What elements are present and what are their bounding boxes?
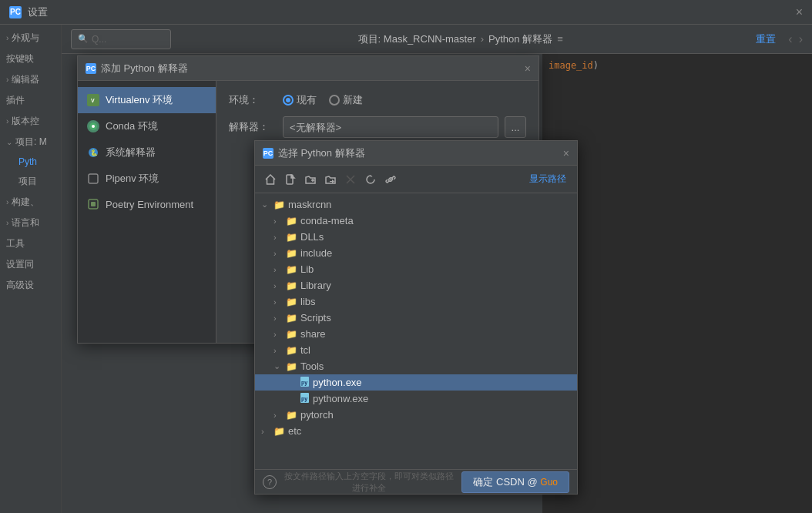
folder-icon-lib: 📁 [286, 264, 297, 275]
left-sidebar: ›外观与 按键映 ›编辑器 插件 ›版本控 ⌄项目: M Pyth 项目 ›构建… [0, 25, 62, 513]
tree-item-dlls[interactable]: › 📁 DLLs [255, 229, 577, 245]
toolbar-refresh-icon[interactable] [361, 170, 380, 189]
tree-item-scripts[interactable]: › 📁 Scripts [255, 310, 577, 326]
env-label: 环境： [229, 93, 275, 107]
browse-dots: ... [512, 122, 520, 133]
toolbar-icon-group [261, 170, 400, 189]
sidebar-item-advanced[interactable]: 高级设 [0, 275, 61, 296]
virtualenv-label: Virtualenv 环境 [106, 93, 173, 107]
tree-label-python-exe: python.exe [313, 377, 362, 388]
add-interpreter-close[interactable]: × [525, 62, 531, 75]
tree-arrow-share: › [273, 330, 283, 339]
system-icon: 🐍 [87, 146, 99, 159]
ok-button-label: 确定 [473, 476, 493, 488]
interp-type-pipenv[interactable]: Pipenv 环境 [78, 166, 216, 192]
tree-item-library[interactable]: › 📁 Library [255, 277, 577, 293]
sidebar-item-language[interactable]: ›语言和 [0, 213, 61, 233]
pipenv-icon [87, 173, 99, 185]
tree-item-etc[interactable]: › 📁 etc [255, 423, 577, 439]
interp-type-conda[interactable]: Conda 环境 [78, 113, 216, 139]
toolbar-open-folder-icon[interactable] [321, 170, 340, 189]
tree-item-tools[interactable]: ⌄ 📁 Tools [255, 358, 577, 374]
toolbar-link-icon[interactable] [381, 170, 400, 189]
ok-button-suffix: CSDN @ [496, 476, 538, 488]
radio-new[interactable]: 新建 [329, 93, 363, 107]
select-dialog-icon: PC [263, 148, 273, 159]
poetry-label: Poetry Environment [106, 199, 193, 210]
interp-type-system[interactable]: 🐍 系统解释器 [78, 139, 216, 166]
tree-label-etc: etc [288, 425, 301, 437]
breadcrumb: 项目: Mask_RCNN-master › Python 解释器 ≡ [177, 32, 743, 46]
radio-new-circle [329, 95, 340, 106]
interpreter-select[interactable]: <无解释器> [283, 116, 498, 138]
interp-type-poetry[interactable]: Poetry Environment [78, 192, 216, 216]
tree-arrow-scripts: › [273, 314, 283, 323]
interp-type-virtualenv[interactable]: V Virtualenv 环境 [78, 87, 216, 113]
radio-existing-label: 现有 [297, 93, 317, 107]
tree-label-dlls: DLLs [300, 231, 324, 243]
folder-icon-scripts: 📁 [286, 313, 297, 324]
radio-existing[interactable]: 现有 [283, 93, 317, 107]
tree-item-libs[interactable]: › 📁 libs [255, 293, 577, 310]
folder-icon-conda-meta: 📁 [286, 216, 297, 226]
tree-item-pythonw-exe[interactable]: py pythonw.exe [255, 391, 577, 407]
search-placeholder: Q... [92, 34, 106, 45]
tree-item-share[interactable]: › 📁 share [255, 326, 577, 342]
code-pane: image_id) [542, 54, 812, 513]
tree-label-library: Library [300, 280, 331, 291]
tree-arrow-tools: ⌄ [273, 361, 283, 371]
tree-arrow-include: › [273, 249, 283, 258]
ok-button[interactable]: 确定 CSDN @ Guo [461, 471, 569, 493]
tree-label-scripts: Scripts [300, 312, 331, 324]
tree-arrow-libs: › [273, 297, 283, 307]
search-icon: 🔍 [78, 34, 89, 44]
tree-item-conda-meta[interactable]: › 📁 conda-meta [255, 213, 577, 229]
svg-text:V: V [91, 98, 95, 103]
sidebar-item-plugins[interactable]: 插件 [0, 90, 61, 111]
sidebar-item-project-structure[interactable]: 项目 [12, 171, 61, 192]
folder-icon-etc: 📁 [273, 426, 285, 437]
sidebar-item-tools[interactable]: 工具 [0, 233, 61, 254]
sidebar-item-editor[interactable]: ›编辑器 [0, 69, 61, 90]
toolbar-file-icon[interactable] [281, 170, 300, 189]
select-interpreter-close[interactable]: × [563, 147, 569, 159]
virtualenv-icon: V [87, 94, 99, 106]
svg-text:py: py [301, 380, 307, 386]
sidebar-item-keymap[interactable]: 按键映 [0, 49, 61, 69]
folder-icon-include: 📁 [286, 248, 297, 259]
interpreter-browse-button[interactable]: ... [505, 116, 526, 138]
back-button[interactable]: ‹ [788, 32, 792, 46]
help-icon[interactable]: ? [263, 475, 277, 489]
tree-item-pytorch[interactable]: › 📁 pytorch [255, 407, 577, 423]
close-button[interactable]: × [796, 5, 803, 19]
sidebar-item-build[interactable]: ›构建、 [0, 192, 61, 213]
tree-item-include[interactable]: › 📁 include [255, 245, 577, 261]
sidebar-item-python-interpreter[interactable]: Pyth [12, 153, 61, 171]
tree-item-lib[interactable]: › 📁 Lib [255, 261, 577, 277]
toolbar-new-folder-icon[interactable] [301, 170, 320, 189]
show-path-button[interactable]: 显示路径 [525, 171, 571, 187]
reset-button[interactable]: 重置 [750, 30, 782, 49]
ok-button-user: Guo [540, 477, 558, 488]
tree-label-include: include [300, 247, 332, 259]
forward-button[interactable]: › [799, 32, 803, 46]
tree-item-python-exe[interactable]: py python.exe [255, 374, 577, 391]
main-layout: ›外观与 按键映 ›编辑器 插件 ›版本控 ⌄项目: M Pyth 项目 ›构建… [0, 25, 812, 513]
sidebar-item-settings-sync[interactable]: 设置同 [0, 254, 61, 275]
breadcrumb-arrow: › [481, 33, 484, 45]
toolbar-home-icon[interactable] [261, 170, 280, 189]
sidebar-item-appearance[interactable]: ›外观与 [0, 28, 61, 49]
toolbar-delete-icon[interactable] [341, 170, 360, 189]
tree-item-maskrcnn[interactable]: ⌄ 📁 maskrcnn [255, 196, 577, 213]
tree-item-tcl[interactable]: › 📁 tcl [255, 342, 577, 358]
tree-label-tcl: tcl [300, 344, 310, 356]
conda-icon [87, 120, 99, 132]
svg-line-14 [390, 179, 391, 180]
app-icon: PC [9, 6, 22, 18]
tree-arrow-library: › [273, 281, 283, 290]
sidebar-item-project[interactable]: ⌄项目: M [0, 132, 61, 153]
tree-label-libs: libs [300, 296, 316, 307]
sidebar-item-vcs[interactable]: ›版本控 [0, 111, 61, 132]
code-text: image_id) [549, 60, 806, 71]
search-box[interactable]: 🔍 Q... [71, 29, 171, 49]
